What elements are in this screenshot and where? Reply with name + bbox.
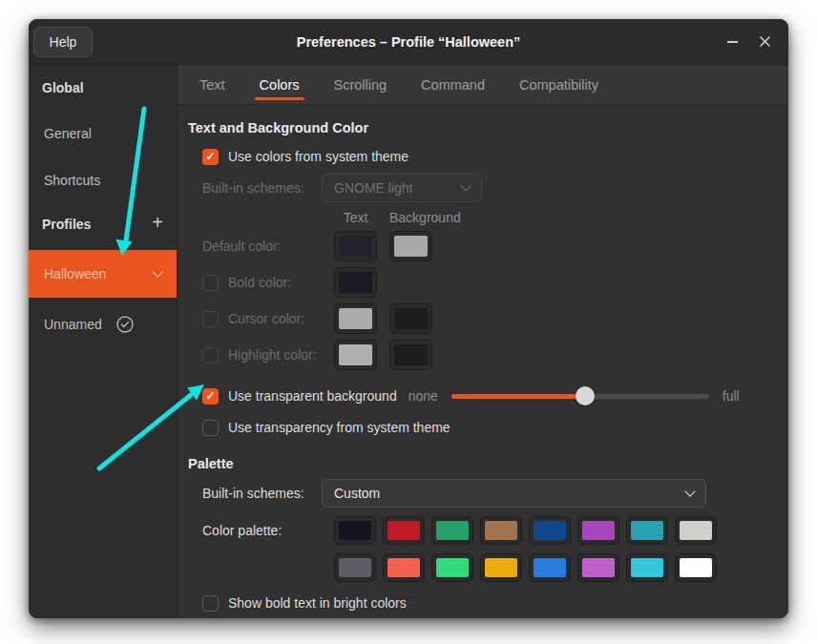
- builtin-schemes-value: GNOME light: [334, 180, 412, 196]
- transparency-slider-handle[interactable]: [576, 386, 595, 405]
- add-profile-button[interactable]: +: [152, 213, 163, 232]
- default-background-color-swatch: [389, 231, 432, 261]
- use-transparency-from-theme-label: Use transparency from system theme: [228, 420, 450, 435]
- use-transparent-background-label: Use transparent background: [228, 388, 397, 404]
- builtin-schemes-label: Built-in schemes:: [202, 180, 322, 196]
- sidebar-item-halloween[interactable]: Halloween: [29, 250, 177, 298]
- highlight-text-color-swatch: [334, 340, 377, 370]
- window-title: Preferences – Profile “Halloween”: [29, 34, 788, 50]
- bold-color-swatch: [334, 267, 377, 298]
- tab-bar: Text Colors Scrolling Command Compatibil…: [178, 65, 788, 105]
- slider-max-label: full: [723, 388, 740, 404]
- default-text-color-swatch: [334, 231, 377, 261]
- column-header-background: Background: [389, 210, 461, 225]
- cursor-text-color-swatch: [334, 303, 377, 334]
- default-color-label: Default color:: [202, 239, 281, 254]
- palette-swatch-6[interactable]: [626, 516, 668, 545]
- minimize-button[interactable]: [727, 41, 738, 43]
- highlight-background-color-swatch: [389, 340, 432, 370]
- cursor-color-label: Cursor color:: [228, 311, 304, 326]
- palette-swatch-13[interactable]: [577, 553, 619, 582]
- sidebar-header-global: Global: [42, 80, 84, 95]
- use-transparent-background-checkbox[interactable]: ✓: [202, 388, 219, 405]
- sidebar: Global General Shortcuts Profiles + Hall…: [29, 65, 178, 618]
- titlebar: Help Preferences – Profile “Halloween”: [29, 19, 788, 65]
- window-controls: [727, 35, 771, 48]
- palette-swatch-1[interactable]: [383, 516, 425, 545]
- palette-swatch-8[interactable]: [334, 553, 376, 582]
- tab-colors[interactable]: Colors: [255, 65, 304, 104]
- bold-color-label: Bold color:: [228, 275, 291, 290]
- sidebar-item-shortcuts[interactable]: Shortcuts: [44, 173, 100, 188]
- palette-swatch-12[interactable]: [529, 553, 571, 582]
- minimize-icon: [727, 41, 738, 43]
- color-palette-grid: [334, 516, 717, 582]
- sidebar-item-general[interactable]: General: [44, 126, 92, 141]
- content-pane: Text Colors Scrolling Command Compatibil…: [178, 65, 788, 618]
- use-system-theme-checkbox[interactable]: ✓: [202, 149, 219, 165]
- highlight-color-label: Highlight color:: [228, 347, 317, 363]
- show-bold-bright-label: Show bold text in bright colors: [228, 595, 407, 611]
- default-profile-check-icon: [115, 315, 135, 334]
- text-background-section-title: Text and Background Color: [188, 120, 773, 135]
- tab-compatibility[interactable]: Compatibility: [514, 65, 603, 104]
- cursor-color-checkbox: [202, 311, 219, 327]
- palette-builtin-schemes-dropdown[interactable]: Custom: [322, 479, 706, 508]
- use-system-theme-label: Use colors from system theme: [228, 149, 408, 164]
- transparency-slider-fill: [451, 394, 585, 399]
- preferences-window: Help Preferences – Profile “Halloween” G…: [29, 19, 788, 618]
- sidebar-item-unnamed[interactable]: Unnamed: [44, 315, 135, 334]
- palette-section-title: Palette: [188, 456, 773, 471]
- chevron-down-icon[interactable]: [152, 266, 162, 277]
- sidebar-item-halloween-label: Halloween: [44, 266, 106, 281]
- bold-color-checkbox: [202, 275, 219, 291]
- color-palette-label: Color palette:: [202, 523, 282, 538]
- chevron-down-icon: [460, 180, 471, 191]
- palette-builtin-schemes-value: Custom: [334, 486, 380, 501]
- palette-swatch-10[interactable]: [431, 553, 473, 582]
- palette-builtin-schemes-label: Built-in schemes:: [202, 486, 322, 501]
- palette-swatch-15[interactable]: [675, 553, 717, 582]
- palette-swatch-3[interactable]: [480, 516, 522, 545]
- transparency-slider[interactable]: [451, 394, 709, 399]
- sidebar-header-profiles: Profiles: [42, 217, 91, 232]
- close-icon: [759, 35, 771, 48]
- highlight-color-checkbox: [202, 347, 219, 364]
- colors-tab-panel: Text and Background Color ✓ Use colors f…: [178, 105, 788, 618]
- column-header-text: Text: [334, 210, 377, 225]
- help-button[interactable]: Help: [33, 27, 93, 57]
- palette-swatch-0[interactable]: [334, 516, 376, 545]
- use-transparency-from-theme-checkbox[interactable]: [202, 420, 219, 436]
- palette-swatch-11[interactable]: [480, 553, 522, 582]
- cursor-background-color-swatch: [389, 303, 432, 334]
- sidebar-item-unnamed-label: Unnamed: [44, 317, 102, 332]
- slider-min-label: none: [408, 388, 438, 404]
- tab-text[interactable]: Text: [195, 65, 230, 104]
- tab-command[interactable]: Command: [416, 65, 490, 104]
- close-button[interactable]: [759, 35, 771, 48]
- show-bold-bright-checkbox[interactable]: [202, 595, 219, 612]
- palette-swatch-14[interactable]: [626, 553, 668, 582]
- palette-swatch-2[interactable]: [431, 516, 473, 545]
- palette-swatch-5[interactable]: [577, 516, 619, 545]
- palette-swatch-9[interactable]: [383, 553, 425, 582]
- palette-swatch-4[interactable]: [529, 516, 571, 545]
- chevron-down-icon: [684, 486, 695, 496]
- palette-swatch-7[interactable]: [675, 516, 717, 545]
- tab-scrolling[interactable]: Scrolling: [329, 65, 392, 104]
- builtin-schemes-dropdown: GNOME light: [322, 174, 482, 202]
